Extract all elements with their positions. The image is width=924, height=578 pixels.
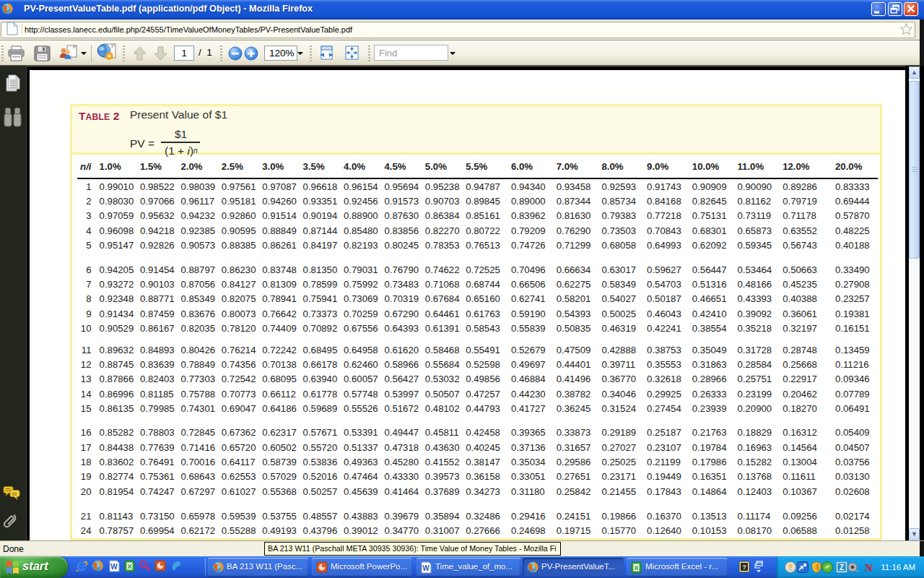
svg-text:Z: Z bbox=[840, 563, 845, 571]
svg-text:?: ? bbox=[742, 564, 746, 571]
svg-text:W: W bbox=[110, 563, 118, 571]
svg-text:N: N bbox=[865, 562, 873, 574]
svg-text:W: W bbox=[422, 564, 430, 572]
svg-text:X: X bbox=[127, 563, 131, 570]
svg-text:X: X bbox=[634, 564, 638, 571]
